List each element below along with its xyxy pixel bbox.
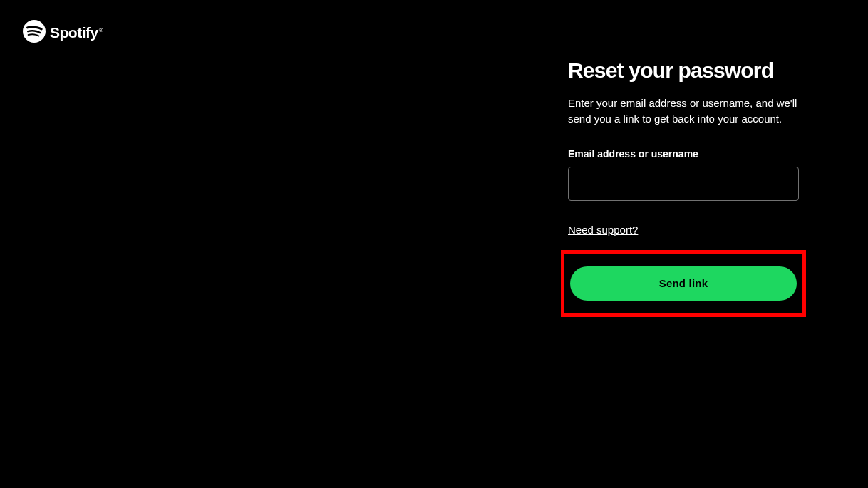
need-support-link[interactable]: Need support?: [568, 224, 638, 236]
spotify-icon: [23, 20, 46, 46]
email-username-input[interactable]: [568, 167, 799, 201]
brand-name: Spotify®: [50, 24, 103, 41]
brand-logo[interactable]: Spotify®: [23, 20, 103, 46]
page-description: Enter your email address or username, an…: [568, 95, 799, 127]
reset-password-form: Reset your password Enter your email add…: [568, 58, 799, 317]
page-title: Reset your password: [568, 58, 799, 83]
send-link-button[interactable]: Send link: [570, 266, 797, 301]
email-username-label: Email address or username: [568, 148, 799, 160]
annotation-highlight: Send link: [561, 250, 806, 317]
